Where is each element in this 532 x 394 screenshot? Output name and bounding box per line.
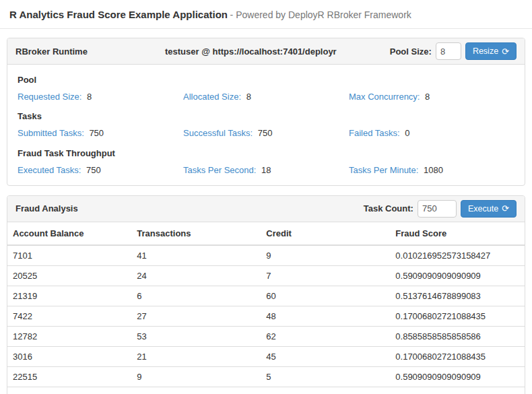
table-cell: 0.010216952573158427 xyxy=(390,245,525,266)
table-row: 301621450.17006802721088435 xyxy=(7,346,525,366)
stat-label: Tasks Per Second: xyxy=(183,165,256,175)
stat-value: 8 xyxy=(425,92,430,102)
table-cell: 0.5909090909090909 xyxy=(390,265,525,286)
table-cell: 0.5137614678899083 xyxy=(390,387,525,394)
stat-allocated-size: Allocated Size: 8 xyxy=(183,92,349,102)
stat-submitted-tasks: Submitted Tasks: 750 xyxy=(18,128,183,139)
analysis-panel: Fraud Analysis Task Count: Execute ⟳ Acc… xyxy=(7,195,525,394)
table-row: 205252470.5909090909090909 xyxy=(7,265,525,286)
stat-executed-tasks: Executed Tasks: 750 xyxy=(18,165,183,176)
table-cell: 7422 xyxy=(7,306,131,326)
endpoint-text: testuser @ https://localhost:7401/deploy… xyxy=(165,46,390,57)
stat-value: 750 xyxy=(89,128,104,138)
stat-label: Requested Size: xyxy=(18,92,81,102)
pool-section: Pool Requested Size: 8 Allocated Size: 8… xyxy=(18,75,514,102)
analysis-panel-heading: Fraud Analysis Task Count: Execute ⟳ xyxy=(7,196,525,222)
column-header-fraud-score: Fraud Score xyxy=(390,222,525,245)
fraud-table-body: 71014190.010216952573158427205252470.590… xyxy=(7,245,525,394)
table-row: 22515950.5909090909090909 xyxy=(7,366,525,387)
pool-size-input[interactable] xyxy=(436,42,461,60)
table-cell: 21 xyxy=(131,346,261,366)
stat-label: Failed Tasks: xyxy=(349,128,400,138)
runtime-panel-title: RBroker Runtime xyxy=(15,46,88,57)
stat-value: 750 xyxy=(258,128,273,138)
pool-stat-row: Requested Size: 8 Allocated Size: 8 Max … xyxy=(18,92,514,102)
task-count-input[interactable] xyxy=(418,200,457,218)
tasks-section: Tasks Submitted Tasks: 750 Successful Ta… xyxy=(18,111,514,139)
throughput-stat-row: Executed Tasks: 750 Tasks Per Second: 18… xyxy=(18,165,514,176)
table-cell: 3016 xyxy=(7,346,131,366)
app-subtitle: - Powered by DeployR RBroker Framework xyxy=(230,9,411,20)
table-cell: 26 xyxy=(261,387,390,394)
table-cell: 0.5909090909090909 xyxy=(390,366,525,387)
resize-button[interactable]: Resize ⟳ xyxy=(465,42,517,60)
tasks-section-heading: Tasks xyxy=(18,111,514,121)
stat-failed-tasks: Failed Tasks: 0 xyxy=(349,128,514,139)
throughput-section-heading: Fraud Task Throughput xyxy=(18,148,514,158)
task-count-controls: Task Count: Execute ⟳ xyxy=(364,200,517,218)
stat-value: 750 xyxy=(86,165,101,175)
stat-label: Executed Tasks: xyxy=(18,165,81,175)
stat-label: Submitted Tasks: xyxy=(18,128,84,138)
runtime-panel-body: Pool Requested Size: 8 Allocated Size: 8… xyxy=(7,65,525,185)
table-cell: 9 xyxy=(261,245,390,266)
table-cell: 0.5137614678899083 xyxy=(390,286,525,306)
runtime-panel-heading: RBroker Runtime testuser @ https://local… xyxy=(7,38,525,65)
stat-value: 8 xyxy=(87,92,92,102)
table-cell: 0.17006802721088435 xyxy=(390,306,525,326)
table-cell: 48 xyxy=(261,306,390,326)
table-cell: 21319 xyxy=(7,286,131,306)
table-cell: 24 xyxy=(131,265,261,286)
table-cell: 12782 xyxy=(7,326,131,346)
stat-value: 18 xyxy=(261,165,271,175)
stat-label: Allocated Size: xyxy=(183,92,241,102)
main-content: RBroker Runtime testuser @ https://local… xyxy=(0,29,532,394)
app-header: R Analytics Fraud Score Example Applicat… xyxy=(0,0,532,29)
analysis-panel-title: Fraud Analysis xyxy=(15,203,78,214)
column-header-account-balance: Account Balance xyxy=(7,222,131,245)
fraud-table: Account Balance Transactions Credit Frau… xyxy=(7,222,525,394)
table-cell: 45 xyxy=(261,346,390,366)
fraud-table-head: Account Balance Transactions Credit Frau… xyxy=(7,222,525,245)
tasks-stat-row: Submitted Tasks: 750 Successful Tasks: 7… xyxy=(18,128,514,139)
throughput-section: Fraud Task Throughput Executed Tasks: 75… xyxy=(18,148,514,176)
table-row: 1278253620.8585858585858586 xyxy=(7,326,525,346)
stat-value: 0 xyxy=(405,128,409,138)
table-cell: 9 xyxy=(131,387,261,394)
refresh-icon: ⟳ xyxy=(502,204,509,213)
stat-label: Successful Tasks: xyxy=(183,128,253,138)
table-cell: 0.17006802721088435 xyxy=(390,346,525,366)
stat-max-concurrency: Max Concurrency: 8 xyxy=(349,92,514,102)
table-cell: 41 xyxy=(131,245,261,266)
stat-label: Tasks Per Minute: xyxy=(349,165,418,175)
pool-size-controls: Pool Size: Resize ⟳ xyxy=(390,42,517,60)
table-cell: 9 xyxy=(131,366,261,387)
table-cell: 7101 xyxy=(7,245,131,266)
table-cell: 27 xyxy=(131,306,261,326)
pool-size-label: Pool Size: xyxy=(390,46,432,57)
table-cell: 0.8585858585858586 xyxy=(390,326,525,346)
table-row: 215819260.5137614678899083 xyxy=(7,387,525,394)
table-row: 213196600.5137614678899083 xyxy=(7,286,525,306)
table-cell: 6 xyxy=(131,286,261,306)
table-header-row: Account Balance Transactions Credit Frau… xyxy=(7,222,525,245)
app-title: R Analytics Fraud Score Example Applicat… xyxy=(9,9,228,20)
stat-requested-size: Requested Size: 8 xyxy=(18,92,183,102)
table-cell: 7 xyxy=(261,265,390,286)
table-cell: 22515 xyxy=(7,366,131,387)
runtime-title-zone: RBroker Runtime xyxy=(15,46,165,57)
column-header-transactions: Transactions xyxy=(131,222,261,245)
refresh-icon: ⟳ xyxy=(502,47,509,56)
column-header-credit: Credit xyxy=(261,222,390,245)
task-count-label: Task Count: xyxy=(364,203,413,214)
table-cell: 20525 xyxy=(7,265,131,286)
table-row: 71014190.010216952573158427 xyxy=(7,245,525,266)
execute-button[interactable]: Execute ⟳ xyxy=(461,200,517,218)
table-cell: 60 xyxy=(261,286,390,306)
stat-tasks-per-second: Tasks Per Second: 18 xyxy=(183,165,349,176)
table-row: 742227480.17006802721088435 xyxy=(7,306,525,326)
stat-value: 8 xyxy=(246,92,251,102)
stat-successful-tasks: Successful Tasks: 750 xyxy=(183,128,349,139)
execute-button-label: Execute xyxy=(468,205,498,214)
pool-section-heading: Pool xyxy=(18,75,514,85)
